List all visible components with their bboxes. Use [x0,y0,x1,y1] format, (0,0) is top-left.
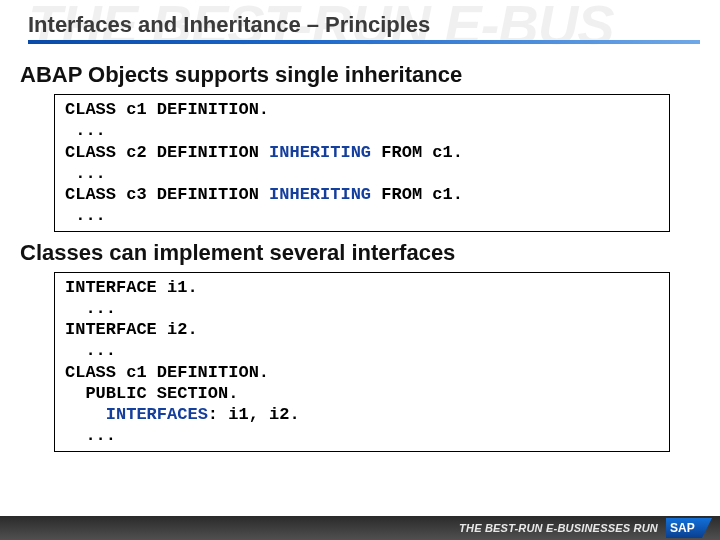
section-heading-inheritance: ABAP Objects supports single inheritance [20,62,700,88]
section-heading-interfaces: Classes can implement several interfaces [20,240,700,266]
code-line: ... [65,425,659,446]
code-line: PUBLIC SECTION. [65,383,659,404]
code-line: ... [65,120,659,141]
slide-title: Interfaces and Inheritance – Principles [28,12,720,38]
code-line: ... [65,298,659,319]
code-line: INTERFACE i2. [65,319,659,340]
slide: THE BEST-RUN E-BUS Interfaces and Inheri… [0,0,720,540]
code-line: INTERFACES: i1, i2. [65,404,659,425]
code-line: ... [65,163,659,184]
code-box-interfaces: INTERFACE i1. ...INTERFACE i2. ...CLASS … [54,272,670,452]
slide-body: ABAP Objects supports single inheritance… [0,44,720,452]
code-line: CLASS c1 DEFINITION. [65,99,659,120]
title-bar: Interfaces and Inheritance – Principles [0,0,720,44]
code-line: ... [65,340,659,361]
code-line: CLASS c2 DEFINITION INHERITING FROM c1. [65,142,659,163]
sap-logo-text: SAP [670,521,695,535]
sap-logo-icon: SAP [666,518,712,538]
footer-tagline: THE BEST-RUN E-BUSINESSES RUN [459,522,658,534]
code-line: INTERFACE i1. [65,277,659,298]
code-line: ... [65,205,659,226]
code-line: CLASS c3 DEFINITION INHERITING FROM c1. [65,184,659,205]
code-line: CLASS c1 DEFINITION. [65,362,659,383]
footer-bar: THE BEST-RUN E-BUSINESSES RUN SAP [0,516,720,540]
code-box-inheritance: CLASS c1 DEFINITION. ...CLASS c2 DEFINIT… [54,94,670,232]
